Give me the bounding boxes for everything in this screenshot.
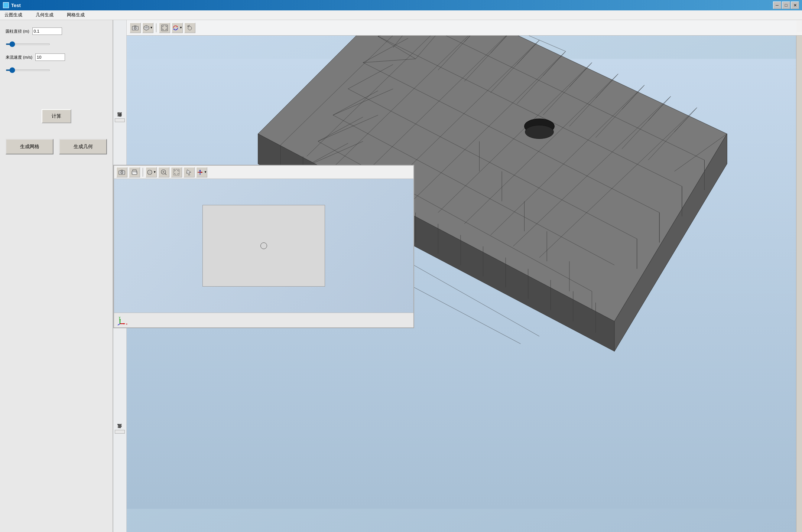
- title-bar: Test ─ □ ✕: [0, 0, 802, 10]
- slider-row-2: [6, 67, 107, 72]
- svg-text:y: y: [119, 316, 120, 319]
- main-layout: 圆柱直径 (m) 来流速度 (m/s) 计算 生成网格 生成几何 删除几何 计算: [0, 20, 802, 532]
- svg-rect-125: [133, 173, 136, 174]
- svg-marker-137: [199, 170, 201, 171]
- window-controls: ─ □ ✕: [773, 1, 799, 9]
- svg-point-122: [121, 172, 123, 174]
- viewport-2d-toolbar: ▼: [114, 166, 413, 179]
- svg-rect-2: [134, 26, 136, 27]
- field3-label: 来流速度 (m/s): [6, 55, 32, 60]
- field1-slider[interactable]: [6, 43, 50, 45]
- view-cube-btn[interactable]: ▼: [142, 23, 153, 33]
- cube-dropdown-arrow: ▼: [150, 26, 153, 29]
- gen-geom-label[interactable]: 生成几何: [115, 430, 125, 434]
- svg-rect-123: [121, 170, 123, 171]
- field3-slider[interactable]: [6, 69, 50, 71]
- svg-rect-134: [173, 169, 179, 175]
- geometry-rect: [202, 205, 325, 287]
- field-row-2: 来流速度 (m/s): [6, 53, 107, 61]
- menu-jihe[interactable]: 几何生成: [33, 11, 56, 19]
- svg-rect-3: [162, 25, 168, 31]
- viewport-2d: ▼: [113, 165, 414, 328]
- slider-row-1: [6, 41, 107, 46]
- svg-line-131: [165, 173, 167, 175]
- rotate-dropdown-arrow: ▼: [179, 26, 182, 29]
- sep-2d-1: [143, 168, 143, 177]
- app-title: Test: [11, 3, 21, 8]
- svg-point-126: [136, 172, 137, 172]
- svg-text:x: x: [126, 322, 127, 326]
- field3-input[interactable]: [35, 53, 65, 61]
- view-toolbar-3d: ▼ ▼: [127, 20, 802, 36]
- menu-yuntu[interactable]: 云图生成: [1, 11, 25, 19]
- right-panel: 删除几何 计算 生成几何 ▼: [113, 20, 802, 532]
- axis-indicator-2d: x y: [117, 314, 130, 327]
- axis-btn-2d[interactable]: ▼: [196, 167, 207, 177]
- restore-button[interactable]: □: [782, 1, 790, 9]
- field-row-1: 圆柱直径 (m): [6, 27, 107, 35]
- scrollbar[interactable]: [796, 20, 802, 532]
- viewport-2d-content: [114, 179, 413, 313]
- calc-button[interactable]: 计算: [42, 109, 71, 123]
- close-button[interactable]: ✕: [791, 1, 799, 9]
- gen-mesh-button[interactable]: 生成网格: [6, 139, 53, 154]
- app-icon: [3, 2, 9, 8]
- svg-marker-138: [201, 172, 202, 173]
- svg-point-1: [134, 27, 136, 29]
- svg-line-143: [118, 324, 120, 325]
- svg-point-93: [525, 125, 554, 138]
- pointer-btn[interactable]: [184, 167, 195, 177]
- print-btn[interactable]: [129, 167, 140, 177]
- fit-btn-3d[interactable]: [159, 23, 170, 33]
- viewport-2d-footer: x y: [114, 313, 413, 327]
- menu-wangge[interactable]: 网格生成: [64, 11, 88, 19]
- gen-geom-button[interactable]: 生成几何: [59, 139, 107, 154]
- action-buttons: 生成网格 生成几何: [6, 139, 107, 154]
- minimize-button[interactable]: ─: [773, 1, 781, 9]
- camera-btn-2d[interactable]: [116, 167, 127, 177]
- sep-1: [156, 23, 156, 32]
- circle-dropdown-arrow: ▼: [153, 170, 156, 174]
- zoom-fit-btn[interactable]: [158, 167, 169, 177]
- delete-geom-label[interactable]: 删除几何: [115, 118, 125, 122]
- select-box-btn[interactable]: [171, 167, 182, 177]
- reset-btn-3d[interactable]: [184, 23, 195, 33]
- menu-bar: 云图生成 几何生成 网格生成: [0, 10, 802, 20]
- field1-input[interactable]: [32, 27, 62, 35]
- left-panel: 圆柱直径 (m) 来流速度 (m/s) 计算 生成网格 生成几何: [0, 20, 113, 532]
- svg-point-4: [188, 26, 192, 30]
- camera-btn-3d[interactable]: [130, 23, 141, 33]
- circle-btn-2d[interactable]: ▼: [146, 167, 157, 177]
- axis-dropdown-2d: ▼: [204, 170, 207, 174]
- rotate-btn-3d[interactable]: ▼: [172, 23, 183, 33]
- field1-label: 圆柱直径 (m): [6, 29, 29, 34]
- svg-marker-140: [124, 323, 125, 324]
- geometry-circle: [260, 242, 267, 249]
